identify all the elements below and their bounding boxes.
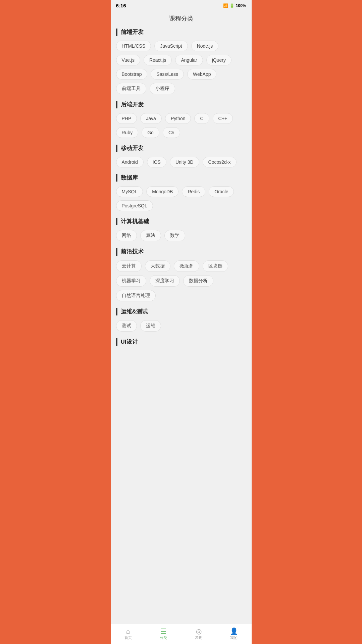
nav-icon-discover: ◎ [196, 628, 202, 635]
tag-MySQL[interactable]: MySQL [116, 186, 143, 197]
tag-HTML-CSS[interactable]: HTML/CSS [116, 41, 151, 51]
tag-Unity-3D[interactable]: Unity 3D [170, 157, 199, 167]
tag-WebApp[interactable]: WebApp [187, 69, 216, 80]
nav-label-category: 分类 [160, 635, 167, 640]
section-frontier: 前沿技术云计算大数据微服务区块链机器学习深度学习数据分析自然语言处理 [116, 248, 246, 301]
tag-jQuery[interactable]: jQuery [206, 55, 231, 65]
tag-Python[interactable]: Python [165, 113, 191, 124]
tag---[interactable]: 数学 [164, 230, 185, 241]
section-mobile: 移动开发AndroidIOSUnity 3DCocos2d-x [116, 145, 246, 167]
tag-PostgreSQL[interactable]: PostgreSQL [116, 200, 153, 211]
section-devops: 运维&测试测试运维 [116, 308, 246, 332]
tag-Sass-Less[interactable]: Sass/Less [151, 69, 184, 80]
nav-label-mine: 我的 [230, 635, 238, 640]
tags-frontier: 云计算大数据微服务区块链机器学习深度学习数据分析自然语言处理 [116, 260, 246, 301]
tags-mobile: AndroidIOSUnity 3DCocos2d-x [116, 157, 246, 167]
nav-label-home: 首页 [124, 635, 132, 640]
tag-----[interactable]: 前端工具 [116, 83, 146, 94]
nav-item-mine[interactable]: 👤我的 [216, 624, 252, 644]
tag-MongoDB[interactable]: MongoDB [146, 186, 178, 197]
tag----[interactable]: 微服务 [174, 260, 199, 272]
tag-C--[interactable]: C++ [213, 113, 233, 124]
nav-icon-mine: 👤 [230, 628, 238, 635]
page-title: 课程分类 [111, 10, 252, 29]
tag----[interactable]: 区块链 [203, 260, 228, 272]
tag-C-[interactable]: C# [163, 127, 180, 138]
nav-item-category[interactable]: ☰分类 [146, 624, 181, 644]
tag-----[interactable]: 数据分析 [183, 275, 213, 287]
bottom-nav: ⌂首页☰分类◎发现👤我的 [111, 624, 252, 644]
section-title-frontier: 前沿技术 [116, 248, 246, 255]
section-title-mobile: 移动开发 [116, 145, 246, 152]
tags-devops: 测试运维 [116, 320, 246, 332]
tag-Vue-js[interactable]: Vue.js [116, 55, 140, 65]
tag----[interactable]: 大数据 [145, 260, 170, 272]
section-cs-basics: 计算机基础网络算法数学 [116, 218, 246, 241]
tags-backend: PHPJavaPythonCC++RubyGoC# [116, 113, 246, 138]
tag----[interactable]: 云计算 [116, 260, 142, 272]
tag-Cocos2d-x[interactable]: Cocos2d-x [203, 157, 237, 167]
nav-label-discover: 发现 [195, 635, 202, 640]
tag-PHP[interactable]: PHP [116, 113, 137, 124]
section-title-ui-design: UI设计 [116, 338, 246, 346]
nav-icon-home: ⌂ [126, 628, 130, 635]
tag-C[interactable]: C [194, 113, 209, 124]
nav-icon-category: ☰ [160, 628, 166, 635]
tag-Bootstrap[interactable]: Bootstrap [116, 69, 148, 80]
tag-Angular[interactable]: Angular [175, 55, 203, 65]
tags-cs-basics: 网络算法数学 [116, 230, 246, 241]
tag-Node-js[interactable]: Node.js [191, 41, 218, 51]
status-bar: 6:16 📶 🔋 100% [111, 0, 252, 10]
tag-----[interactable]: 深度学习 [150, 275, 180, 287]
tags-database: MySQLMongoDBRedisOraclePostgreSQL [116, 186, 246, 211]
tag-Oracle[interactable]: Oracle [209, 186, 234, 197]
status-icons: 📶 🔋 100% [223, 3, 246, 8]
tag---[interactable]: 网络 [116, 230, 137, 241]
wifi-icon: 📶 [223, 3, 228, 8]
nav-item-home[interactable]: ⌂首页 [111, 624, 146, 644]
status-time: 6:16 [116, 3, 126, 8]
tag-Go[interactable]: Go [142, 127, 159, 138]
tag-Java[interactable]: Java [140, 113, 162, 124]
section-title-frontend: 前端开发 [116, 29, 246, 36]
section-title-backend: 后端开发 [116, 101, 246, 108]
tag-JavaScript[interactable]: JavaScript [154, 41, 188, 51]
tag-Redis[interactable]: Redis [182, 186, 205, 197]
battery-icon: 🔋 [229, 3, 235, 8]
battery-percent: 100% [236, 3, 246, 8]
section-database: 数据库MySQLMongoDBRedisOraclePostgreSQL [116, 174, 246, 211]
section-backend: 后端开发PHPJavaPythonCC++RubyGoC# [116, 101, 246, 138]
phone-frame: 6:16 📶 🔋 100% 课程分类 前端开发HTML/CSSJavaScrip… [111, 0, 252, 644]
section-frontend: 前端开发HTML/CSSJavaScriptNode.jsVue.jsReact… [116, 29, 246, 94]
tag-Android[interactable]: Android [116, 157, 144, 167]
section-title-devops: 运维&测试 [116, 308, 246, 315]
tag-------[interactable]: 自然语言处理 [116, 290, 156, 301]
section-ui-design: UI设计 [116, 338, 246, 346]
tag----[interactable]: 小程序 [150, 83, 175, 94]
tag-Ruby[interactable]: Ruby [116, 127, 139, 138]
tag-----[interactable]: 机器学习 [116, 275, 146, 287]
section-title-database: 数据库 [116, 174, 246, 182]
section-title-cs-basics: 计算机基础 [116, 218, 246, 225]
nav-item-discover[interactable]: ◎发现 [181, 624, 216, 644]
tag---[interactable]: 测试 [116, 320, 137, 332]
tag---[interactable]: 算法 [140, 230, 161, 241]
tags-frontend: HTML/CSSJavaScriptNode.jsVue.jsReact.jsA… [116, 41, 246, 94]
tag---[interactable]: 运维 [140, 320, 161, 332]
content-area: 前端开发HTML/CSSJavaScriptNode.jsVue.jsReact… [111, 29, 252, 379]
tag-React-js[interactable]: React.js [144, 55, 172, 65]
tag-IOS[interactable]: IOS [147, 157, 166, 167]
